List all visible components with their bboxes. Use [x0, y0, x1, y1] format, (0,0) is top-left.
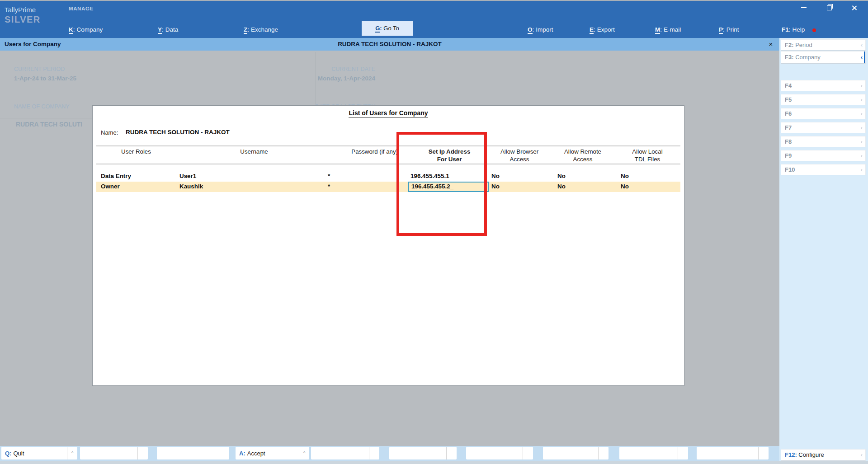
cell-remote-access: No	[557, 173, 566, 179]
maximize-button[interactable]	[819, 2, 839, 14]
window-bottom-edge	[0, 461, 868, 464]
cell-local-tdl: No	[621, 183, 629, 190]
fkey-label: F7	[785, 124, 792, 131]
shortcut-sep: :	[594, 26, 595, 33]
menu-section-divider	[68, 21, 329, 21]
chevron-left-icon: ‹	[861, 108, 863, 119]
fkey-action: Configure	[798, 451, 824, 458]
sidebar-item-f7[interactable]: F7‹	[781, 122, 866, 133]
button-label: Quit	[13, 450, 24, 457]
cell-password: *	[328, 183, 330, 190]
bottombar-slot	[389, 447, 457, 459]
fkey-action: Company	[795, 54, 821, 61]
caret-up-icon: ^	[67, 447, 77, 459]
sidebar-item-f4[interactable]: F4‹	[781, 80, 866, 91]
shortcut-sep: :	[247, 26, 249, 33]
col-header-password: Password (if any)	[326, 148, 398, 155]
annotation-highlight-box	[396, 132, 487, 236]
bottombar-slot	[466, 447, 533, 459]
menu-item-help[interactable]: F1:Help	[782, 26, 805, 33]
active-indicator-bar	[864, 52, 865, 63]
minimize-button[interactable]	[794, 2, 814, 14]
menu-item-label: Import	[536, 26, 553, 33]
menu-item-exchange[interactable]: Z:Exchange	[244, 26, 278, 33]
close-screen-button[interactable]: ×	[765, 38, 777, 51]
cell-password: *	[328, 173, 330, 179]
fkey-label: F3:	[785, 54, 794, 61]
shortcut-key: E	[590, 26, 594, 34]
menu-item-email[interactable]: M:E-mail	[655, 26, 681, 33]
company-title: RUDRA TECH SOLUTION - RAJKOT	[0, 38, 779, 51]
menu-item-company[interactable]: K:Company	[69, 26, 103, 33]
shortcut-key: Y	[158, 26, 162, 34]
fkey-label: F12:	[785, 451, 797, 458]
menu-item-data[interactable]: Y:Data	[158, 26, 178, 33]
top-menu-bar: TallyPrime SILVER MANAGE K:Company Y:Dat…	[0, 0, 868, 38]
col-header-user-roles: User Roles	[100, 148, 172, 155]
cell-remote-access: No	[557, 183, 566, 190]
sidebar-item-f3-company[interactable]: F3: Company ‹	[781, 51, 866, 64]
bottombar-slot	[697, 447, 769, 459]
cell-username: Kaushik	[179, 183, 203, 190]
col-header-remote-line1: Allow Remote	[547, 148, 619, 155]
bottombar-slot	[619, 447, 688, 459]
fkey-action: Period	[795, 42, 812, 48]
bottombar-slot	[80, 447, 148, 459]
sidebar-item-f9[interactable]: F9‹	[781, 150, 866, 161]
minimize-icon	[801, 7, 807, 8]
fkey-label: F5	[785, 96, 792, 103]
col-header-browser-line1: Allow Browser	[483, 148, 556, 155]
menu-item-print[interactable]: P:Print	[719, 26, 739, 33]
sidebar-item-f2-period[interactable]: F2: Period ‹	[781, 39, 866, 51]
shortcut-key: M	[655, 26, 660, 34]
close-window-button[interactable]	[844, 2, 864, 14]
col-header-local-tdl-line2: TDL Files	[611, 155, 684, 163]
shortcut-key: A	[239, 450, 243, 457]
fkey-label: F4	[785, 82, 792, 89]
close-icon	[852, 5, 857, 10]
cell-browser-access: No	[491, 173, 500, 179]
shortcut-key: G	[375, 25, 380, 33]
cell-username: User1	[179, 173, 196, 179]
users-dialog: List of Users for Company Name: RUDRA TE…	[92, 105, 684, 386]
dialog-name-value: RUDRA TECH SOLUTION - RAJKOT	[126, 129, 230, 136]
fkey-label: F2:	[785, 42, 794, 48]
chevron-left-icon: ‹	[861, 164, 863, 175]
maximize-icon	[827, 5, 832, 10]
caret-up-icon: ^	[299, 447, 309, 459]
menu-section-label: MANAGE	[69, 6, 94, 11]
shortcut-key: Q	[5, 450, 9, 457]
button-label: Accept	[247, 450, 265, 457]
fkey-label: F8	[785, 138, 792, 145]
table-header-top-line	[96, 145, 680, 146]
menu-item-label: Company	[77, 26, 103, 33]
app-name: TallyPrime	[5, 6, 36, 14]
sidebar-item-f10[interactable]: F10‹	[781, 164, 866, 175]
sidebar-item-f12-configure[interactable]: F12: Configure ‹	[781, 449, 866, 461]
col-header-browser: Allow Browser Access	[483, 148, 556, 163]
menu-item-export[interactable]: E:Export	[590, 26, 615, 33]
col-header-remote: Allow Remote Access	[547, 148, 619, 163]
col-header-local-tdl: Allow Local TDL Files	[611, 148, 684, 163]
shortcut-sep: :	[660, 26, 662, 33]
sidebar-item-f6[interactable]: F6‹	[781, 108, 866, 119]
sidebar-item-f8[interactable]: F8‹	[781, 136, 866, 147]
menu-item-label: Export	[597, 26, 615, 33]
menu-item-label: Print	[726, 26, 739, 33]
bottombar-slot	[543, 447, 609, 459]
menu-item-goto[interactable]: G: Go To	[362, 21, 413, 36]
chevron-left-icon: ‹	[861, 94, 863, 105]
quit-button[interactable]: Q:Quit ^	[1, 447, 77, 459]
col-header-local-tdl-line1: Allow Local	[611, 148, 684, 155]
current-date-value: Monday, 1-Apr-2024	[269, 75, 375, 82]
accept-button[interactable]: A:Accept ^	[236, 447, 309, 459]
menu-item-import[interactable]: O:Import	[528, 26, 553, 33]
bottombar-slot	[157, 447, 229, 459]
dialog-title: List of Users for Company	[349, 109, 428, 118]
current-period-value: 1-Apr-24 to 31-Mar-25	[14, 75, 76, 82]
app-edition: SILVER	[5, 14, 41, 25]
chevron-left-icon: ‹	[861, 150, 863, 161]
menu-item-label: Exchange	[251, 26, 278, 33]
col-header-remote-line2: Access	[547, 155, 619, 163]
sidebar-item-f5[interactable]: F5‹	[781, 94, 866, 105]
